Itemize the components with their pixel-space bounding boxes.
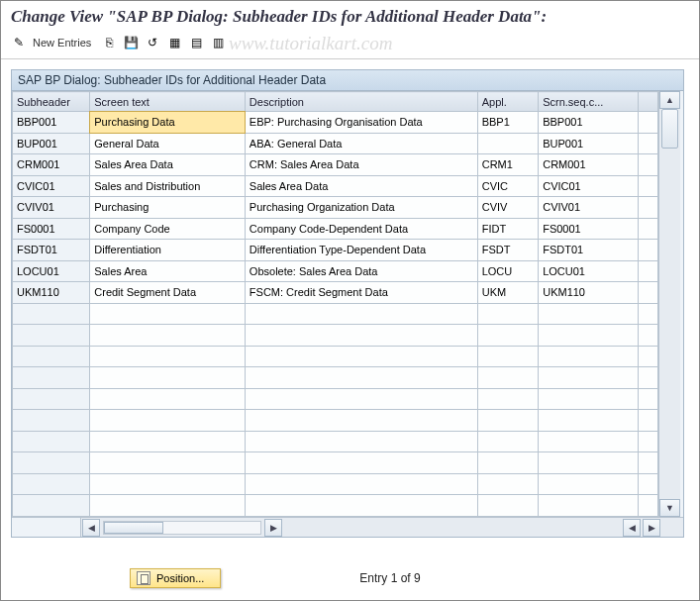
table-row[interactable]: LOCU01Sales AreaObsolete: Sales Area Dat… (13, 260, 658, 282)
cell[interactable]: CVIV01 (13, 197, 90, 219)
col-scrnseq[interactable]: Scrn.seq.c... (539, 92, 639, 112)
cell[interactable] (477, 495, 539, 517)
cell[interactable] (638, 218, 657, 240)
cell[interactable] (539, 367, 639, 389)
cell[interactable] (477, 367, 539, 389)
cell[interactable]: CRM001 (13, 154, 90, 176)
new-entries-button[interactable]: New Entries (33, 37, 91, 49)
cell[interactable] (539, 410, 639, 432)
cell[interactable] (90, 431, 246, 452)
cell[interactable] (245, 495, 477, 517)
cell[interactable] (477, 452, 539, 474)
save-icon[interactable]: 💾 (123, 35, 139, 50)
hscroll-track[interactable] (103, 521, 261, 535)
cell[interactable] (13, 303, 90, 325)
cell[interactable] (13, 495, 90, 517)
table-row[interactable] (13, 303, 658, 325)
cell[interactable] (638, 346, 657, 367)
cell[interactable]: Credit Segment Data (90, 282, 246, 304)
cell[interactable] (477, 303, 539, 325)
table-row[interactable] (13, 346, 658, 367)
cell[interactable]: BBP001 (13, 112, 90, 134)
cell[interactable]: Obsolete: Sales Area Data (245, 260, 477, 282)
cell[interactable]: UKM110 (539, 282, 639, 304)
cell[interactable]: FSDT01 (539, 240, 639, 261)
hscroll-right-icon[interactable]: ▶ (264, 519, 282, 537)
cell[interactable] (539, 346, 639, 367)
cell[interactable] (638, 473, 657, 495)
col-appl[interactable]: Appl. (477, 92, 539, 112)
cell[interactable] (245, 410, 477, 432)
cell[interactable] (90, 388, 246, 410)
table-row[interactable]: BUP001General DataABA: General DataBUP00… (13, 133, 658, 154)
cell[interactable]: CRM001 (539, 154, 639, 176)
cell[interactable] (245, 325, 477, 347)
cell[interactable] (245, 303, 477, 325)
cell[interactable]: UKM (477, 282, 539, 304)
cell[interactable]: CVIC01 (13, 175, 90, 197)
cell[interactable] (638, 197, 657, 219)
cell[interactable] (13, 325, 90, 347)
cell[interactable] (477, 431, 539, 452)
cell[interactable]: Company Code-Dependent Data (245, 218, 477, 240)
cell[interactable]: FS0001 (13, 218, 90, 240)
cell[interactable]: CRM1 (477, 154, 539, 176)
cell[interactable] (90, 410, 246, 432)
table-row[interactable]: FS0001Company CodeCompany Code-Dependent… (13, 218, 658, 240)
hscroll-right2-icon[interactable]: ▶ (643, 519, 660, 537)
cell[interactable] (245, 431, 477, 452)
cell[interactable] (90, 303, 246, 325)
table-row[interactable] (13, 388, 658, 410)
table-row[interactable] (13, 473, 658, 495)
table-row[interactable] (13, 367, 658, 389)
cell[interactable]: CVIC (477, 175, 539, 197)
cell[interactable]: Purchasing Data (90, 112, 246, 134)
hscroll-thumb[interactable] (104, 522, 163, 534)
cell[interactable]: EBP: Purchasing Organisation Data (245, 112, 477, 134)
cell[interactable] (539, 325, 639, 347)
col-extra[interactable] (638, 92, 657, 112)
cell[interactable]: FS0001 (539, 218, 639, 240)
select-all-icon[interactable]: ▦ (166, 35, 182, 50)
deselect-icon[interactable]: ▥ (210, 35, 226, 50)
scroll-track[interactable] (659, 109, 680, 499)
cell[interactable] (90, 452, 246, 474)
cell[interactable]: Sales and Distribution (90, 175, 246, 197)
scroll-thumb[interactable] (661, 109, 678, 149)
cell[interactable]: FIDT (477, 218, 539, 240)
cell[interactable] (477, 325, 539, 347)
cell[interactable]: BBP001 (539, 112, 639, 134)
cell[interactable]: BBP1 (477, 112, 539, 134)
cell[interactable] (245, 473, 477, 495)
cell[interactable]: UKM110 (13, 282, 90, 304)
cell[interactable] (638, 410, 657, 432)
cell[interactable] (539, 495, 639, 517)
cell[interactable]: BUP001 (539, 133, 639, 154)
cell[interactable] (638, 282, 657, 304)
cell[interactable]: LOCU (477, 260, 539, 282)
undo-icon[interactable]: ↺ (145, 35, 160, 50)
cell[interactable] (477, 410, 539, 432)
cell[interactable]: General Data (90, 133, 246, 154)
cell[interactable]: FSDT01 (13, 240, 90, 261)
cell[interactable]: Differentiation Type-Dependent Data (245, 240, 477, 261)
cell[interactable]: CVIC01 (539, 175, 639, 197)
cell[interactable] (638, 495, 657, 517)
cell[interactable] (638, 388, 657, 410)
cell[interactable] (90, 346, 246, 367)
cell[interactable] (638, 112, 657, 134)
scroll-up-icon[interactable]: ▲ (659, 91, 680, 109)
cell[interactable] (539, 473, 639, 495)
table-row[interactable] (13, 431, 658, 452)
cell[interactable]: Differentiation (90, 240, 246, 261)
col-screen-text[interactable]: Screen text (90, 92, 246, 112)
cell[interactable] (539, 431, 639, 452)
cell[interactable] (638, 452, 657, 474)
cell[interactable] (245, 367, 477, 389)
cell[interactable] (245, 452, 477, 474)
cell[interactable]: Sales Area Data (245, 175, 477, 197)
cell[interactable]: LOCU01 (539, 260, 639, 282)
table-row[interactable] (13, 495, 658, 517)
vertical-scrollbar[interactable]: ▲ ▼ (658, 91, 680, 517)
copy-icon[interactable]: ⎘ (101, 35, 117, 50)
